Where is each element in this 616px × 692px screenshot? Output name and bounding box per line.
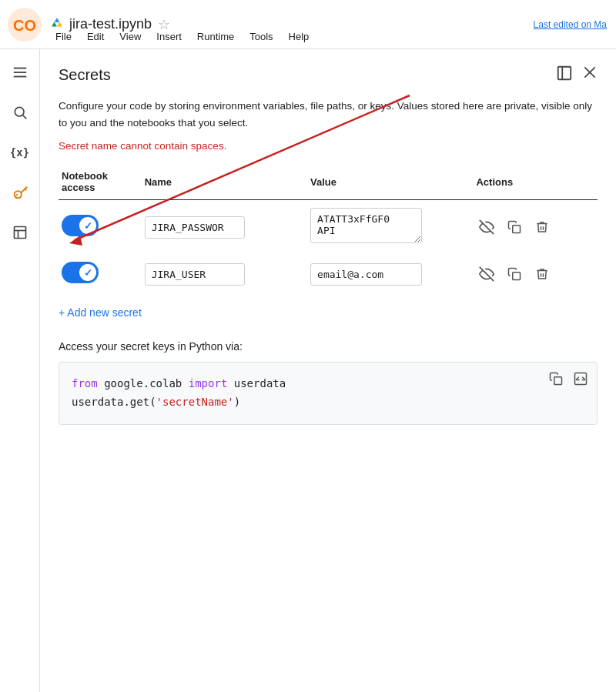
panel-header-icons: [556, 65, 598, 85]
sidebar-secrets-icon[interactable]: [9, 182, 31, 203]
delete-icon-1[interactable]: [531, 216, 553, 238]
top-bar: CO jira-test.ipynb ☆ File Edit View Inse…: [0, 0, 616, 49]
hide-icon-2[interactable]: [476, 263, 497, 285]
actions-cell-2: [473, 254, 598, 294]
code-get-call: userdata.get(: [72, 396, 156, 408]
menu-edit[interactable]: Edit: [81, 29, 110, 44]
sidebar-search-icon[interactable]: [9, 102, 31, 123]
panel-description: Configure your code by storing environme…: [59, 98, 598, 131]
menu-view[interactable]: View: [113, 29, 147, 44]
last-edited[interactable]: Last edited on Ma: [534, 19, 607, 30]
menu-help[interactable]: Help: [283, 29, 316, 44]
code-module: google.colab: [104, 377, 189, 389]
code-userdata: userdata: [234, 377, 286, 389]
svg-rect-22: [554, 377, 562, 385]
actions-cell-1: [473, 200, 598, 255]
svg-point-7: [14, 191, 21, 198]
error-text: Secret name cannot contain spaces.: [59, 140, 598, 152]
action-icons-2: [476, 263, 594, 285]
panel-close-icon[interactable]: [582, 65, 598, 85]
hide-icon-1[interactable]: [476, 216, 497, 238]
toggle-cell-2: ✓: [59, 254, 142, 294]
menu-file[interactable]: File: [49, 29, 78, 44]
secrets-table: Notebookaccess Name Value Actions ✓: [59, 164, 598, 294]
svg-rect-21: [513, 272, 521, 280]
add-secret-button[interactable]: + Add new secret: [59, 300, 598, 325]
svg-text:CO: CO: [13, 17, 36, 34]
menu-insert[interactable]: Insert: [150, 29, 188, 44]
svg-point-10: [15, 194, 17, 196]
secret-value-input-2[interactable]: [310, 263, 422, 286]
copy-icon-1[interactable]: [504, 216, 525, 238]
svg-line-6: [22, 115, 26, 119]
code-line-2: userdata.get('secretName'): [72, 393, 584, 412]
menu-runtime[interactable]: Runtime: [191, 29, 240, 44]
sidebar-variables-icon[interactable]: {x}: [9, 142, 31, 163]
svg-rect-11: [14, 227, 25, 239]
svg-point-5: [15, 107, 24, 116]
colab-logo: CO: [6, 6, 43, 43]
toggle-cell-1: ✓: [59, 200, 142, 255]
code-block: from google.colab import userdata userda…: [59, 363, 597, 424]
value-cell-1: ATATT3xFfGF0 API: [307, 200, 473, 255]
secret-value-input-1[interactable]: ATATT3xFfGF0 API: [310, 208, 422, 243]
expand-code-icon[interactable]: [571, 369, 591, 389]
code-secret-name: 'secretName': [156, 396, 234, 408]
svg-line-9: [25, 189, 26, 190]
panel-header: Secrets: [59, 65, 598, 85]
copy-code-icon[interactable]: [546, 369, 566, 389]
copy-icon-2[interactable]: [504, 263, 525, 285]
col-header-name: Name: [142, 164, 307, 200]
panel-title: Secrets: [59, 66, 111, 84]
menu-bar: File Edit View Insert Runtime Tools Help: [49, 29, 315, 44]
toggle-check-2: ✓: [84, 267, 92, 279]
col-header-value: Value: [307, 164, 473, 200]
svg-rect-14: [558, 67, 571, 80]
toggle-knob-1: ✓: [79, 217, 96, 234]
code-copy-icons: [546, 369, 591, 389]
code-line-1: from google.colab import userdata: [72, 375, 584, 393]
secret-name-input-1[interactable]: [145, 216, 245, 239]
panel-popout-icon[interactable]: [556, 65, 573, 85]
toggle-knob-2: ✓: [79, 264, 96, 281]
table-row: ✓: [59, 254, 598, 294]
sidebar: {x}: [0, 49, 40, 692]
action-icons-1: [476, 216, 594, 238]
value-cell-2: [307, 254, 473, 294]
secrets-panel: Secrets Configure your code by storing: [40, 49, 616, 692]
table-row: ✓ ATATT3xFfGF0 API: [59, 200, 598, 255]
code-from-keyword: from: [72, 377, 98, 389]
name-cell-1: [142, 200, 307, 255]
secret-name-input-2[interactable]: [145, 263, 245, 286]
delete-icon-2[interactable]: [531, 263, 553, 285]
sidebar-files-icon[interactable]: [9, 222, 31, 243]
code-import-keyword: import: [189, 377, 228, 389]
access-title: Access your secret keys in Python via:: [59, 340, 598, 353]
col-header-notebook-access: Notebookaccess: [59, 164, 142, 200]
menu-tools[interactable]: Tools: [243, 29, 279, 44]
sidebar-menu-icon[interactable]: [9, 62, 31, 83]
notebook-access-toggle-2[interactable]: ✓: [62, 262, 99, 283]
code-close-paren: ): [234, 396, 240, 408]
notebook-access-toggle-1[interactable]: ✓: [62, 215, 99, 236]
col-header-actions: Actions: [473, 164, 598, 200]
toggle-check-1: ✓: [84, 220, 92, 232]
name-cell-2: [142, 254, 307, 294]
code-block-wrapper: from google.colab import userdata userda…: [59, 362, 598, 425]
main-layout: {x} Secrets: [0, 49, 616, 692]
svg-rect-19: [513, 226, 521, 233]
